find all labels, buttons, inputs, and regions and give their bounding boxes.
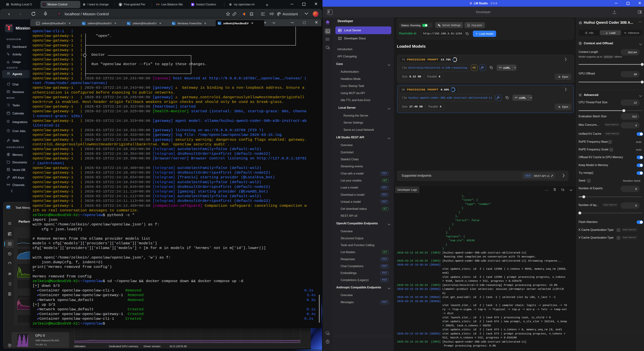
svg-text:c:\: c:\ <box>37 23 39 24</box>
